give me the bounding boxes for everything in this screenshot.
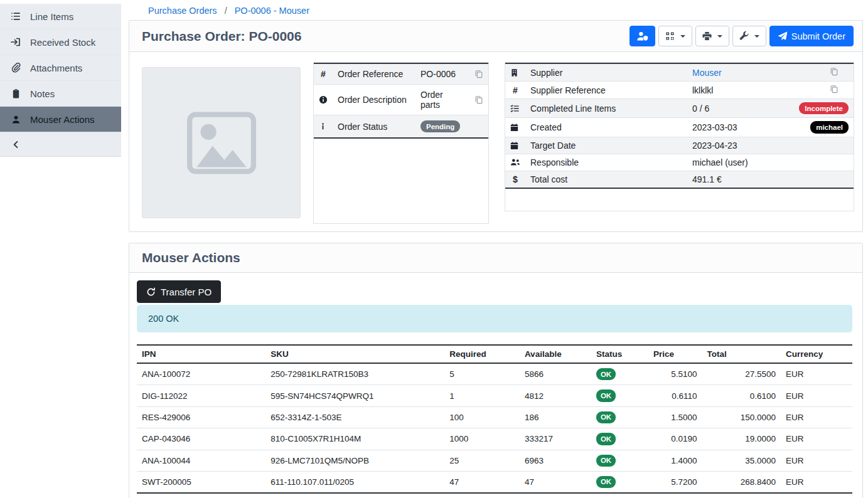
cell-ipn: ANA-100072 [137,363,265,385]
detail-row-order-description: Order Description Order parts [314,85,488,115]
calendar-icon [510,141,520,150]
table-header-row: IPN SKU Required Available Status Price … [137,345,852,363]
main-content: Purchase Orders / PO-0006 - Mouser Purch… [121,0,868,498]
supplier-link[interactable]: Mouser [692,68,722,78]
copy-icon[interactable] [830,67,849,76]
cell-total: 0.6100 [702,385,781,406]
barcode-actions-button[interactable] [658,26,692,46]
transfer-po-label: Transfer PO [161,287,212,297]
users-icon [510,158,520,166]
info-icon [319,122,328,130]
breadcrumb-link-current-order[interactable]: PO-0006 - Mouser [235,6,309,16]
col-ipn: IPN [137,345,265,363]
row-status-badge: OK [596,455,616,467]
calendar-icon [510,123,520,132]
cell-required: 1000 [444,428,520,450]
cell-total: 268.8400 [702,471,781,493]
cell-ipn: RES-429006 [137,406,265,428]
order-details: # Order Reference PO-0006 Order Descript… [129,52,862,231]
row-status-badge: OK [596,368,616,380]
copy-icon[interactable] [830,85,849,93]
sidebar-item-label: Line Items [30,11,73,22]
detail-row-target-date: Target Date 2023-04-23 [505,137,854,154]
detail-row-responsible: Responsible michael (user) [505,154,854,171]
cell-price: 1.5000 [648,406,702,428]
building-icon [510,68,520,77]
print-actions-button[interactable] [695,26,729,46]
table-row: DIG-112022 595-SN74HCS74QPWRQ1 1 4812 OK… [137,385,852,406]
cell-price: 1.4000 [648,450,702,471]
detail-row-supplier: Supplier Mouser [505,63,854,82]
cell-sku: 652-3314Z-1-503E [265,406,444,428]
cell-required: 47 [444,471,520,493]
detail-value: PO-0006 [415,63,469,85]
cell-currency: EUR [781,450,852,471]
cell-currency: EUR [781,363,852,385]
copy-icon[interactable] [474,70,483,78]
cell-sku: 611-110.107.011/0205 [265,471,444,493]
transfer-po-button[interactable]: Transfer PO [137,280,221,303]
row-status-badge: OK [596,411,616,423]
detail-label: Order Description [333,85,415,115]
cell-currency: EUR [781,385,852,406]
cell-total: 150.0000 [702,406,781,428]
order-actions-button[interactable] [732,26,766,46]
breadcrumb-separator: / [225,6,227,16]
footer-total-value: 501.0000 [702,493,781,498]
order-summary-box: # Order Reference PO-0006 Order Descript… [313,62,489,224]
cell-ipn: SWT-200005 [137,471,265,493]
table-row: CAP-043046 810-C1005X7R1H104M 1000 33321… [137,428,852,450]
image-placeholder-icon [180,102,263,184]
sidebar-item-notes[interactable]: Notes [0,81,121,107]
status-alert: 200 OK [137,305,852,332]
detail-label: Created [525,118,687,137]
cell-available: 333217 [520,428,591,450]
copy-icon[interactable] [474,95,483,104]
table-row: RES-429006 652-3314Z-1-503E 100 186 OK 1… [137,406,852,428]
page-title: Purchase Order: PO-0006 [142,29,301,44]
detail-label: Order Status [333,115,415,139]
order-summary-table: # Order Reference PO-0006 Order Descript… [314,63,488,139]
cell-sku: 926-LMC7101QM5/NOPB [265,450,444,471]
sidebar: Line Items Received Stock Attachments No… [0,0,121,498]
submit-order-button[interactable]: Submit Order [769,26,854,46]
send-icon [778,31,787,41]
cell-available: 5866 [520,363,591,385]
sidebar-item-received-stock[interactable]: Received Stock [0,29,121,55]
breadcrumb-link-purchase-orders[interactable]: Purchase Orders [148,6,217,16]
sign-in-icon [10,37,21,47]
col-required: Required [444,345,520,363]
sidebar-item-line-items[interactable]: Line Items [0,4,121,29]
cell-total: 35.0000 [702,450,781,471]
caret-down-icon [754,35,759,38]
cell-currency: EUR [781,471,852,493]
mouser-actions-body: Transfer PO 200 OK IPN SKU Required [129,273,862,498]
row-status-badge: OK [596,389,616,401]
detail-label: Order Reference [333,63,415,85]
sidebar-item-attachments[interactable]: Attachments [0,55,121,81]
sidebar-collapse-button[interactable] [0,132,121,156]
order-image-placeholder[interactable] [142,67,301,218]
cell-available: 6963 [520,450,591,471]
detail-row-completed-line-items: Completed Line Items 0 / 6 Incomplete [505,99,854,118]
row-status-badge: OK [596,433,616,445]
header-actions: Submit Order [630,26,854,46]
chevron-left-icon [10,140,21,149]
detail-label: Total cost [525,171,687,188]
panel-title: Mouser Actions [142,250,240,265]
user-icon [10,115,21,124]
mouser-actions-panel-header: Mouser Actions [129,243,862,273]
cell-available: 47 [520,471,591,493]
incomplete-badge: Incomplete [799,102,849,114]
detail-value: michael (user) [687,154,794,171]
user-admin-button[interactable] [630,26,655,46]
status-alert-text: 200 OK [148,314,179,324]
cell-total: 19.0000 [702,428,781,450]
cell-ipn: CAP-043046 [137,428,265,450]
sidebar-item-label: Received Stock [30,37,95,48]
app-root: Line Items Received Stock Attachments No… [0,0,868,498]
caret-down-icon [717,35,722,38]
cell-price: 0.6110 [648,385,702,406]
cell-available: 4812 [520,385,591,406]
sidebar-item-mouser-actions[interactable]: Mouser Actions [0,107,121,132]
